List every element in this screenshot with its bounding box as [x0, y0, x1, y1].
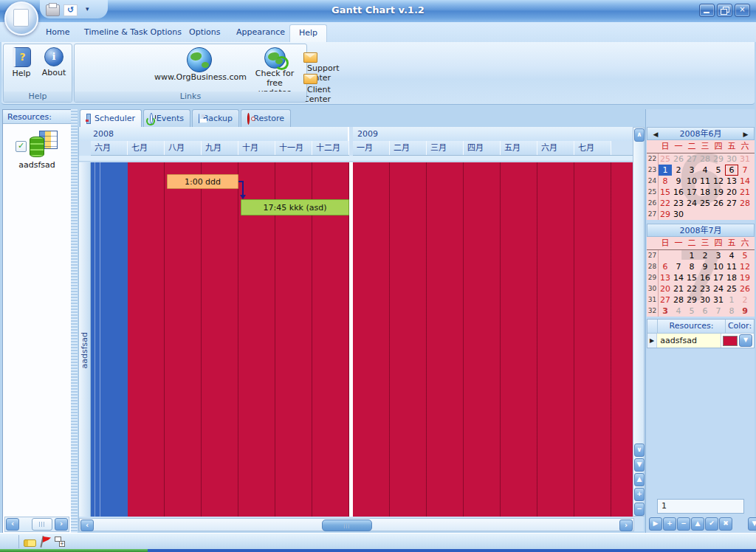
calendar-day[interactable]: 3: [685, 165, 698, 176]
calendar-day[interactable]: 28: [738, 198, 752, 209]
calendar-next-icon[interactable]: ▶: [740, 128, 751, 141]
help-button[interactable]: ? Help: [6, 47, 37, 78]
calendar-day[interactable]: 12: [712, 176, 725, 187]
resource-checkbox[interactable]: ✓: [16, 141, 27, 152]
page-prev-button[interactable]: ▲: [634, 473, 645, 486]
ribbon-tab-timeline-task-options[interactable]: Timeline & Task Options: [75, 24, 190, 42]
calendar-day[interactable]: 7: [738, 165, 752, 176]
client-center-button[interactable]: Client Center: [303, 74, 331, 104]
chart-horizontal-scrollbar[interactable]: ‹ ›: [79, 518, 634, 531]
calendar-day[interactable]: 26: [738, 283, 752, 294]
zoom-out-button[interactable]: −: [634, 503, 645, 516]
sidebar-splitter[interactable]: [71, 109, 78, 533]
calendar-day[interactable]: 22: [659, 198, 672, 209]
calendar-day[interactable]: 28: [672, 294, 685, 306]
layout-icon[interactable]: +: [55, 537, 65, 547]
scroll-left-icon[interactable]: ‹: [6, 518, 19, 531]
calendar-day[interactable]: 8: [685, 261, 698, 272]
ribbon-tab-appearance[interactable]: Appearance: [227, 24, 294, 42]
calendar-day[interactable]: 21: [738, 187, 752, 198]
calendar-day[interactable]: 20: [725, 187, 738, 198]
calendar-day[interactable]: 3: [712, 250, 725, 261]
record-number-input[interactable]: 1: [657, 499, 744, 514]
calendar-day[interactable]: 25: [698, 198, 712, 209]
calendar-day[interactable]: 16: [672, 187, 685, 198]
calendar-day[interactable]: 19: [738, 272, 752, 283]
calendar-day[interactable]: 25: [659, 153, 672, 165]
tab-restore[interactable]: Restore: [241, 109, 291, 127]
calendar-day[interactable]: 2: [738, 294, 752, 306]
calendar-day[interactable]: 8: [725, 306, 738, 317]
calendar-day[interactable]: 10: [712, 261, 725, 272]
calendar-day[interactable]: 1: [659, 165, 672, 176]
calendar-day[interactable]: 4: [672, 306, 685, 317]
sidebar-horizontal-scrollbar[interactable]: ‹ ›: [4, 517, 69, 532]
calendar-day[interactable]: 1: [685, 250, 698, 261]
tab-backup[interactable]: Backup: [192, 109, 239, 127]
calendar-day[interactable]: 4: [698, 165, 712, 176]
scroll-right-icon[interactable]: ›: [619, 520, 633, 531]
calendar-day[interactable]: 29: [685, 294, 698, 306]
resource-grid-row[interactable]: ▶ aadsfsad ▼: [647, 334, 754, 348]
chart-body-2008[interactable]: [128, 162, 349, 517]
calendar-day[interactable]: 5: [738, 250, 752, 261]
navigator-add-button[interactable]: +: [663, 517, 676, 531]
tab-scheduler[interactable]: Scheduler: [80, 109, 142, 127]
calendar-day[interactable]: 29: [659, 209, 672, 220]
calendar-day[interactable]: 6: [698, 306, 712, 317]
calendar-day[interactable]: 2: [698, 250, 712, 261]
calendar-day[interactable]: 4: [725, 250, 738, 261]
navigator-filter-button[interactable]: ▼: [748, 517, 756, 531]
calendar-day[interactable]: 24: [685, 198, 698, 209]
resource-item[interactable]: ✓ aadsfsad: [3, 131, 71, 170]
calendar-day[interactable]: 31: [712, 294, 725, 306]
scrollbar-thumb[interactable]: [32, 518, 52, 531]
about-button[interactable]: i About: [38, 47, 69, 77]
calendar-day[interactable]: 14: [672, 272, 685, 283]
calendar-day[interactable]: 9: [698, 261, 712, 272]
calendar-day[interactable]: 17: [685, 187, 698, 198]
calendar-day[interactable]: 30: [698, 294, 712, 306]
minimize-button[interactable]: [699, 4, 715, 17]
calendar-day[interactable]: 5: [712, 165, 725, 176]
calendar-day[interactable]: 7: [712, 306, 725, 317]
calendar-day[interactable]: 20: [659, 283, 672, 294]
zoom-in-button[interactable]: +: [634, 488, 645, 501]
calendar-day[interactable]: 1: [725, 294, 738, 306]
calendar-day[interactable]: 2: [672, 165, 685, 176]
ribbon-tab-home[interactable]: Home: [37, 24, 78, 42]
calendar-prev-icon[interactable]: ◀: [650, 128, 661, 141]
chart-body-2009[interactable]: [353, 162, 634, 517]
scroll-right-icon[interactable]: ›: [55, 518, 68, 531]
calendar-day[interactable]: 23: [698, 283, 712, 294]
ribbon-tab-options[interactable]: Options: [180, 24, 229, 42]
check-updates-button[interactable]: Check for free updates: [250, 47, 299, 97]
calendar-day[interactable]: 26: [712, 198, 725, 209]
calendar-day[interactable]: 17: [712, 272, 725, 283]
calendar-day[interactable]: 24: [712, 283, 725, 294]
color-dropdown-icon[interactable]: ▼: [739, 334, 752, 347]
calendar-day[interactable]: 30: [725, 153, 738, 165]
calendar-day[interactable]: 29: [712, 153, 725, 165]
calendar-day[interactable]: 8: [659, 176, 672, 187]
calendar-day[interactable]: 5: [685, 306, 698, 317]
resource-color-cell[interactable]: ▼: [721, 334, 754, 348]
calendar-day[interactable]: 22: [685, 283, 698, 294]
calendar-day[interactable]: 3: [659, 306, 672, 317]
calendar-day[interactable]: 30: [672, 209, 685, 220]
calendar-day[interactable]: 15: [659, 187, 672, 198]
calendar-day[interactable]: 26: [672, 153, 685, 165]
calendar-day[interactable]: 27: [685, 153, 698, 165]
app-menu-button[interactable]: [4, 1, 38, 35]
calendar-day[interactable]: 14: [738, 176, 752, 187]
calendar-day[interactable]: 9: [738, 306, 752, 317]
calendar-day[interactable]: 12: [738, 261, 752, 272]
navigator-up-button[interactable]: ▲: [691, 517, 704, 531]
calendar-day[interactable]: 27: [725, 198, 738, 209]
flag-icon[interactable]: [40, 536, 52, 548]
calendar-day[interactable]: 10: [685, 176, 698, 187]
calendar-day[interactable]: 16: [698, 272, 712, 283]
resource-name-cell[interactable]: aadsfsad: [657, 334, 721, 348]
orgbusiness-website-button[interactable]: www.OrgBusiness.com: [154, 47, 244, 82]
calendar-day[interactable]: 13: [659, 272, 672, 283]
